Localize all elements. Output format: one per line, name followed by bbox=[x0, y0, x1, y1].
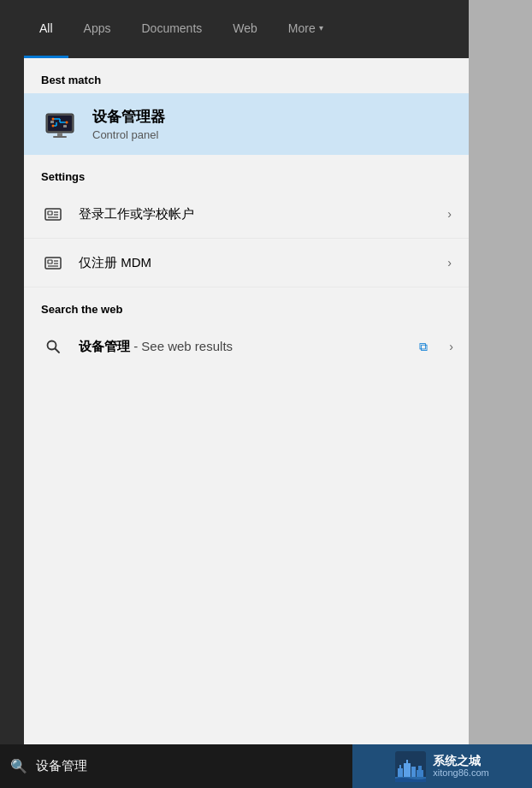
svg-rect-15 bbox=[48, 211, 52, 215]
tab-apps[interactable]: Apps bbox=[68, 0, 127, 58]
search-bar-icon: 🔍 bbox=[10, 758, 27, 774]
chevron-right-icon-1: › bbox=[447, 207, 452, 221]
brand-name-top: 系统之城 bbox=[433, 754, 488, 768]
best-match-subtitle: Control panel bbox=[92, 128, 165, 141]
best-match-text: 设备管理器 Control panel bbox=[92, 107, 165, 141]
brand-name-bottom: xitong86.com bbox=[433, 767, 488, 779]
web-label-suffix: - See web results bbox=[130, 339, 233, 353]
brand-logo-icon bbox=[395, 751, 426, 782]
svg-rect-20 bbox=[48, 260, 52, 264]
svg-point-8 bbox=[66, 121, 68, 124]
svg-rect-30 bbox=[406, 760, 408, 763]
tab-more[interactable]: More ▾ bbox=[273, 0, 339, 58]
search-web-header: Search the web bbox=[24, 287, 469, 323]
svg-point-7 bbox=[52, 118, 55, 121]
svg-rect-12 bbox=[50, 121, 54, 123]
settings-item-1[interactable]: 登录工作或学校帐户 › bbox=[24, 190, 469, 239]
chevron-down-icon: ▾ bbox=[319, 23, 323, 33]
svg-rect-13 bbox=[63, 125, 67, 127]
best-match-header: Best match bbox=[24, 58, 469, 93]
svg-line-25 bbox=[56, 349, 60, 353]
svg-point-9 bbox=[52, 125, 55, 127]
device-manager-icon bbox=[41, 105, 79, 143]
svg-rect-28 bbox=[399, 765, 401, 768]
chevron-right-icon-2: › bbox=[447, 256, 452, 270]
chevron-right-icon-web: › bbox=[449, 340, 453, 353]
tabs-bar: All Apps Documents Web More ▾ bbox=[24, 0, 469, 58]
settings-label-1: 登录工作或学校帐户 bbox=[79, 206, 434, 222]
brand-text: 系统之城 xitong86.com bbox=[433, 754, 488, 779]
web-search-item[interactable]: 设备管理 - See web results ⧉ › bbox=[24, 323, 469, 370]
svg-rect-33 bbox=[418, 766, 422, 770]
best-match-item[interactable]: 设备管理器 Control panel bbox=[24, 93, 469, 155]
web-label-main: 设备管理 bbox=[79, 339, 130, 353]
tab-all[interactable]: All bbox=[24, 0, 68, 58]
left-strip bbox=[0, 0, 24, 744]
account-settings-icon-1 bbox=[41, 202, 65, 226]
tab-web[interactable]: Web bbox=[217, 0, 273, 58]
settings-header: Settings bbox=[24, 155, 469, 190]
settings-list: 登录工作或学校帐户 › 仅注册 MDM › bbox=[24, 190, 469, 287]
web-label: 设备管理 - See web results bbox=[79, 339, 452, 355]
account-settings-icon-2 bbox=[41, 251, 65, 275]
best-match-title: 设备管理器 bbox=[92, 107, 165, 127]
svg-rect-11 bbox=[53, 136, 67, 138]
content-area: Best match bbox=[24, 58, 469, 744]
settings-item-2[interactable]: 仅注册 MDM › bbox=[24, 239, 469, 287]
settings-label-2: 仅注册 MDM bbox=[79, 255, 434, 271]
tab-documents[interactable]: Documents bbox=[126, 0, 217, 58]
svg-rect-10 bbox=[57, 133, 62, 136]
search-panel: All Apps Documents Web More ▾ Best match bbox=[24, 0, 469, 744]
brand-watermark: 系统之城 xitong86.com bbox=[352, 744, 532, 788]
external-link-icon: ⧉ bbox=[419, 340, 428, 354]
web-search-icon bbox=[41, 335, 65, 358]
